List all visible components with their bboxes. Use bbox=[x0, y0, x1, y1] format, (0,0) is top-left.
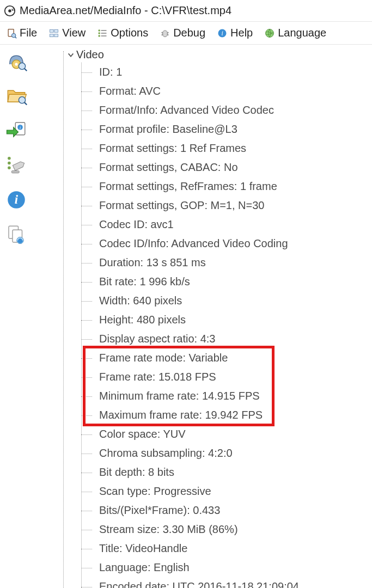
tree-item[interactable]: Format settings, GOP: M=1, N=30 bbox=[94, 196, 370, 215]
property-label: Height bbox=[99, 314, 131, 326]
open-media-button[interactable] bbox=[4, 48, 29, 73]
tree-item[interactable]: Format settings: 1 Ref Frames bbox=[94, 139, 370, 158]
svg-rect-8 bbox=[54, 34, 58, 36]
tree-item[interactable]: ID: 1 bbox=[94, 63, 370, 82]
property-value: 0.433 bbox=[193, 504, 220, 516]
svg-line-26 bbox=[25, 69, 27, 71]
tree-item[interactable]: Bit depth: 8 bits bbox=[94, 463, 370, 482]
separator: : bbox=[199, 409, 205, 421]
menu-debug[interactable]: Debug bbox=[156, 25, 209, 41]
menu-language[interactable]: Language bbox=[260, 25, 330, 41]
separator: : bbox=[133, 275, 139, 287]
property-value: 1 996 kb/s bbox=[139, 275, 190, 287]
export-button[interactable]: i bbox=[4, 118, 29, 143]
separator: : bbox=[196, 390, 202, 402]
property-value: Progressive bbox=[154, 485, 211, 497]
copy-button[interactable] bbox=[4, 222, 29, 247]
tree-root-label: Video bbox=[76, 48, 104, 61]
menu-options-label: Options bbox=[111, 27, 148, 39]
tree-item[interactable]: Format: AVC bbox=[94, 82, 370, 101]
svg-rect-7 bbox=[50, 34, 54, 36]
menu-view-label: View bbox=[62, 27, 86, 39]
about-button[interactable]: i bbox=[4, 187, 29, 212]
separator: : bbox=[166, 123, 172, 135]
tree-item[interactable]: Encoded date: UTC 2016-11-18 21:09:04 bbox=[94, 577, 370, 588]
property-label: Format settings bbox=[99, 142, 174, 154]
svg-point-33 bbox=[8, 162, 11, 165]
property-value: YUV bbox=[163, 428, 185, 440]
menu-file-label: File bbox=[20, 27, 37, 39]
separator: : bbox=[182, 352, 188, 364]
property-value: No bbox=[224, 161, 238, 173]
svg-point-24 bbox=[15, 63, 17, 65]
menu-view[interactable]: View bbox=[45, 25, 89, 41]
tree-item[interactable]: Format settings, RefFrames: 1 frame bbox=[94, 177, 370, 196]
property-label: Format settings, RefFrames bbox=[99, 180, 234, 192]
menu-file[interactable]: File bbox=[2, 25, 40, 41]
svg-point-9 bbox=[99, 29, 101, 32]
tree-item[interactable]: Bits/(Pixel*Frame): 0.433 bbox=[94, 501, 370, 520]
tree-item[interactable]: Height: 480 pixels bbox=[94, 310, 370, 329]
separator: : bbox=[166, 237, 171, 249]
tree-item[interactable]: Color space: YUV bbox=[94, 425, 370, 444]
menubar: File View Options bbox=[0, 22, 372, 45]
svg-text:i: i bbox=[20, 125, 21, 130]
tree-item[interactable]: Bit rate: 1 996 kb/s bbox=[94, 272, 370, 291]
tree-item[interactable]: Title: VideoHandle bbox=[94, 539, 370, 558]
tree-item[interactable]: Stream size: 3.30 MiB (86%) bbox=[94, 520, 370, 539]
property-value: UTC 2016-11-18 21:09:04 bbox=[173, 580, 299, 588]
separator: : bbox=[153, 371, 158, 383]
svg-rect-35 bbox=[11, 171, 19, 173]
property-value: 640 pixels bbox=[133, 295, 182, 307]
property-label: Bits/(Pixel*Frame) bbox=[99, 504, 187, 516]
svg-point-27 bbox=[19, 97, 25, 103]
tree-node-video[interactable]: Video bbox=[59, 47, 370, 63]
separator: : bbox=[131, 314, 137, 326]
tree-item[interactable]: Display aspect ratio: 4:3 bbox=[94, 329, 370, 348]
svg-text:i: i bbox=[15, 193, 19, 206]
menu-help[interactable]: i Help bbox=[213, 25, 256, 41]
tree-item[interactable]: Frame rate mode: Variable bbox=[94, 348, 370, 367]
options-icon bbox=[96, 27, 108, 39]
tree-item[interactable]: Language: English bbox=[94, 558, 370, 577]
settings-button[interactable] bbox=[4, 152, 29, 177]
property-label: Bit depth bbox=[99, 466, 142, 478]
tree-item[interactable]: Width: 640 pixels bbox=[94, 291, 370, 310]
chevron-down-icon[interactable] bbox=[66, 51, 75, 59]
tree-item[interactable]: Format/Info: Advanced Video Codec bbox=[94, 101, 370, 120]
property-label: Title bbox=[99, 542, 119, 554]
menu-options[interactable]: Options bbox=[93, 25, 151, 41]
property-label: Minimum frame rate bbox=[99, 390, 196, 402]
open-folder-button[interactable] bbox=[4, 83, 29, 108]
property-value: 3.30 MiB (86%) bbox=[163, 523, 238, 535]
tree-item[interactable]: Chroma subsampling: 4:2:0 bbox=[94, 444, 370, 463]
tree-item[interactable]: Format settings, CABAC: No bbox=[94, 158, 370, 177]
property-label: ID bbox=[99, 66, 110, 78]
property-label: Duration bbox=[99, 256, 141, 268]
property-label: Color space bbox=[99, 428, 157, 440]
property-label: Bit rate bbox=[99, 275, 133, 287]
tree-panel[interactable]: Video ID: 1Format: AVCFormat/Info: Advan… bbox=[33, 45, 372, 588]
property-label: Encoded date bbox=[99, 580, 166, 588]
window-title: MediaArea.net/MediaInfo - C:\VFR\test.mp… bbox=[20, 4, 231, 17]
globe-icon bbox=[264, 27, 276, 39]
tree-item[interactable]: Codec ID: avc1 bbox=[94, 215, 370, 234]
property-label: Scan type bbox=[99, 485, 148, 497]
property-value: 13 s 851 ms bbox=[147, 256, 206, 268]
tree-item[interactable]: Format profile: Baseline@L3 bbox=[94, 120, 370, 139]
main-area: i i bbox=[0, 45, 372, 588]
property-label: Format/Info bbox=[99, 104, 155, 116]
tree-item[interactable]: Minimum frame rate: 14.915 FPS bbox=[94, 387, 370, 406]
svg-point-32 bbox=[8, 157, 11, 160]
property-label: Format settings, GOP bbox=[99, 199, 204, 211]
tree-item[interactable]: Maximum frame rate: 19.942 FPS bbox=[94, 406, 370, 425]
tree-item[interactable]: Scan type: Progressive bbox=[94, 482, 370, 501]
separator: : bbox=[133, 85, 139, 97]
view-icon bbox=[48, 27, 60, 39]
tree-item[interactable]: Codec ID/Info: Advanced Video Coding bbox=[94, 234, 370, 253]
menu-debug-label: Debug bbox=[173, 27, 205, 39]
tree-item[interactable]: Duration: 13 s 851 ms bbox=[94, 253, 370, 272]
tree-item[interactable]: Frame rate: 15.018 FPS bbox=[94, 367, 370, 387]
property-value: Baseline@L3 bbox=[173, 123, 237, 135]
svg-point-15 bbox=[162, 30, 168, 37]
